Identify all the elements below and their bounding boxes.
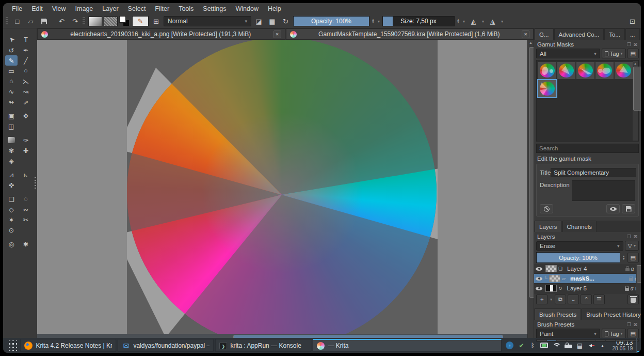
menu-image[interactable]: Image	[71, 3, 98, 14]
brush-preset-3[interactable]	[557, 340, 566, 342]
rectangular-select-tool[interactable]: ❏	[5, 194, 18, 204]
menu-settings[interactable]: Settings	[198, 3, 231, 14]
document-tab-1[interactable]: electrichearts_20190316_kiki_a.png [Writ…	[37, 28, 285, 40]
toolbox-divider[interactable]	[5, 166, 32, 169]
reference-images-tool[interactable]: ✜	[5, 180, 18, 190]
docker-tab-advanced-color[interactable]: Advanced Co...	[554, 28, 604, 40]
chevron-down-icon[interactable]: ▾	[462, 19, 466, 24]
move-tool[interactable]: ✥	[20, 111, 32, 121]
docker-tab-gamut-masks[interactable]: G...	[535, 28, 554, 40]
line-tool[interactable]: ╱	[20, 55, 32, 66]
color-sampler-tool[interactable]: ✑	[20, 135, 32, 145]
task-krita[interactable]: — Krita	[313, 339, 502, 352]
brush-preset-6[interactable]	[586, 340, 595, 342]
text-tool[interactable]: T	[20, 35, 32, 45]
open-document-button[interactable]: ▱	[25, 16, 37, 27]
network-check-icon[interactable]: ✔	[518, 342, 525, 349]
layer-alpha-icon[interactable]: α	[631, 266, 634, 272]
colorize-mask-tool[interactable]: ✾	[5, 145, 18, 156]
redo-button[interactable]: ↷	[69, 16, 81, 27]
layer-opacity-spinner[interactable]: ▲▼	[622, 255, 626, 260]
volume-icon[interactable]	[587, 343, 594, 349]
choose-workspace-button[interactable]: ⊡	[626, 16, 638, 27]
zoom-tool[interactable]: ◎	[5, 239, 18, 249]
brush-preset-9[interactable]	[616, 340, 625, 342]
clipboard-icon[interactable]: ▤	[576, 342, 583, 349]
tab-channels[interactable]: Channels	[562, 221, 597, 232]
elliptical-select-tool[interactable]: ◌	[20, 194, 32, 204]
toolbar-drag-handle[interactable]	[83, 17, 85, 25]
layer-row-masks[interactable]: └ ▱ maskS... α	[534, 274, 641, 284]
layer-options-button[interactable]: ▤	[627, 253, 639, 262]
gradient-tool[interactable]	[8, 137, 15, 143]
cancel-mask-edit-button[interactable]	[540, 204, 553, 213]
bezier-select-tool[interactable]: ✂	[20, 214, 32, 225]
opacity-spinner[interactable]: ▲▼	[371, 19, 375, 24]
brush-tag-button[interactable]: Tag▾	[602, 329, 626, 338]
tray-expand-icon[interactable]: ▴	[599, 343, 606, 348]
updates-icon[interactable]: ↑	[506, 342, 513, 349]
display-icon[interactable]	[540, 343, 548, 348]
move-layer-down-button[interactable]: ⌄	[568, 295, 579, 304]
measure-tool[interactable]: ⊿	[5, 169, 18, 180]
docker-float-close-icons[interactable]: ❐ ⊠	[627, 322, 638, 327]
tab-brush-preset-history[interactable]: Brush Preset History	[582, 308, 641, 320]
menu-filter[interactable]: Filter	[150, 3, 174, 14]
dynamic-brush-tool[interactable]: ↬	[5, 97, 18, 107]
menu-file[interactable]: File	[7, 3, 27, 14]
wifi-icon[interactable]	[552, 343, 560, 348]
layer-visibility-icon[interactable]	[536, 285, 542, 292]
brush-preset-4[interactable]	[567, 340, 576, 342]
scroll-up-button[interactable]: ▲	[528, 40, 534, 46]
layer-visibility-icon[interactable]	[536, 266, 542, 272]
gamut-mask-thumb-5[interactable]	[615, 62, 633, 79]
ellipse-tool[interactable]: ○	[20, 66, 32, 76]
toolbox-divider[interactable]	[5, 190, 32, 194]
eraser-mode-button[interactable]: ◪	[253, 16, 265, 27]
transform-tool[interactable]: ▣	[5, 111, 18, 121]
lock-icon[interactable]	[565, 345, 572, 348]
polygon-tool[interactable]: ⌂	[5, 76, 18, 86]
reload-preset-button[interactable]: ↻	[280, 16, 292, 27]
tab-layers[interactable]: Layers	[535, 221, 562, 232]
multibrush-tool[interactable]: ⇗	[20, 97, 32, 107]
layer-lock-icon[interactable]	[625, 268, 630, 271]
preserve-alpha-button[interactable]: ▦	[266, 16, 278, 27]
foreground-background-colors[interactable]	[119, 16, 131, 26]
tab-brush-presets[interactable]: Brush Presets	[535, 308, 581, 320]
menu-edit[interactable]: Edit	[27, 3, 47, 14]
tab-close-button[interactable]: ✕	[273, 30, 281, 38]
gamut-mask-thumb-2[interactable]	[557, 62, 575, 79]
chevron-down-icon[interactable]: ▾	[377, 19, 381, 24]
layer-list-scrollbar[interactable]	[636, 264, 641, 293]
task-kmail[interactable]: valdyas/foundation/paypal — KM...	[118, 339, 214, 352]
brush-presets-grid-button[interactable]: ⊞	[150, 16, 162, 27]
add-layer-dropdown[interactable]: ▾	[549, 297, 553, 302]
rectangle-tool[interactable]: ▭	[5, 66, 18, 76]
brush-preset-5[interactable]	[576, 340, 586, 342]
brush-preset-8[interactable]	[606, 340, 615, 342]
layer-properties-button[interactable]: ☰	[593, 295, 605, 304]
toolbox-divider[interactable]	[5, 235, 32, 239]
mask-grid-scrollbar[interactable]: ▲	[633, 61, 638, 141]
freehand-path-tool[interactable]: ↝	[20, 86, 32, 97]
mask-description-input[interactable]	[572, 180, 635, 201]
move-layer-up-button[interactable]: ⌃	[581, 295, 592, 304]
fill-tool[interactable]: ◈	[5, 156, 18, 166]
layer-visibility-icon[interactable]	[536, 275, 542, 282]
pattern-chooser[interactable]	[104, 17, 118, 26]
undo-button[interactable]: ↶	[56, 16, 68, 27]
magnetic-select-tool[interactable]: ⊙	[5, 225, 18, 235]
polyline-tool[interactable]: ⋋	[20, 76, 32, 86]
layer-row-layer5[interactable]: ↻ Layer 5 α ▦	[534, 284, 641, 293]
brush-preset-2[interactable]	[547, 340, 556, 342]
canvas-viewport[interactable]: ▲	[37, 40, 534, 338]
new-document-button[interactable]: □	[11, 16, 23, 27]
display-mode-button[interactable]: ▤	[627, 49, 639, 58]
smart-patch-tool[interactable]: ✚	[20, 145, 32, 156]
bluetooth-icon[interactable]: ᛒ	[529, 342, 536, 349]
brush-size-slider[interactable]: Size: 7,50 px	[382, 16, 455, 26]
mask-filter-dropdown[interactable]: All	[536, 49, 600, 58]
toolbar-drag-handle[interactable]	[6, 17, 8, 25]
add-layer-button[interactable]: ＋	[536, 295, 548, 304]
